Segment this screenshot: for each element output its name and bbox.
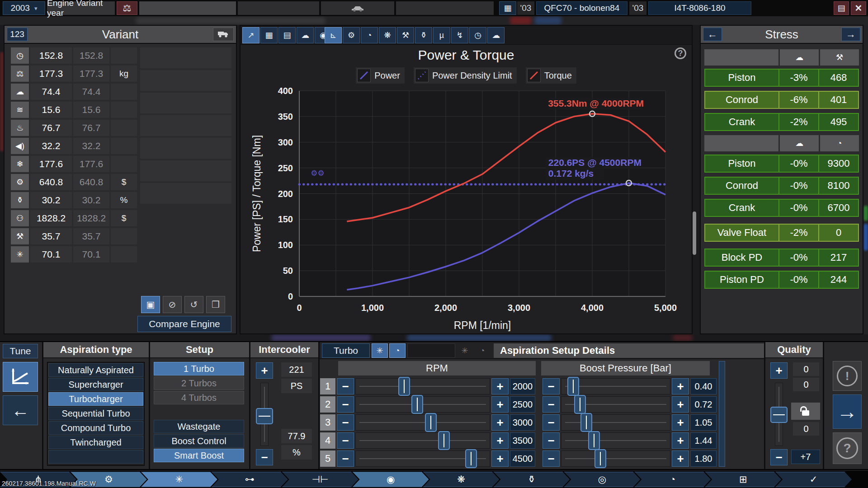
rpm-plus-button[interactable]: + xyxy=(491,396,509,413)
rpm-plus-button[interactable]: + xyxy=(491,432,509,449)
rpm-view-button[interactable]: ◷ xyxy=(469,27,486,43)
setup-option-boost-control[interactable]: Boost Control xyxy=(154,434,244,448)
aspiration-option-compound-turbo[interactable]: Compound Turbo xyxy=(48,421,143,435)
boost-minus-button[interactable]: − xyxy=(542,450,560,467)
help-button[interactable]: ? xyxy=(675,47,686,59)
balance-button[interactable]: ⚖ xyxy=(117,1,137,15)
top-end-tab[interactable]: ⊣⊢ xyxy=(282,472,359,487)
clear-button[interactable]: ⊘ xyxy=(163,296,182,313)
boost-plus-button[interactable]: + xyxy=(672,432,689,449)
forward-button[interactable]: → xyxy=(833,394,862,429)
bottom-end-tab[interactable]: ⊶ xyxy=(212,472,288,487)
smoothness-view-button[interactable]: ☁ xyxy=(297,27,314,43)
warnings-button[interactable]: ! xyxy=(833,361,862,391)
graph-view-button[interactable]: ↗ xyxy=(242,27,259,43)
next-panel-button[interactable]: → xyxy=(841,28,860,41)
knock-view-button[interactable]: ↯ xyxy=(451,27,468,43)
rpm-slider-handle[interactable] xyxy=(465,449,477,468)
rpm-minus-button[interactable]: − xyxy=(337,432,354,449)
details-scrollbar[interactable] xyxy=(719,361,725,467)
boost-minus-button[interactable]: − xyxy=(542,414,560,431)
intercooler-minus-button[interactable]: − xyxy=(256,449,273,465)
rpm-slider[interactable] xyxy=(355,378,490,394)
friction-view-button[interactable]: µ xyxy=(433,27,450,43)
setup-option-1-turbo[interactable]: 1 Turbo xyxy=(154,362,244,375)
dyno-graph-button[interactable] xyxy=(3,362,38,392)
prev-panel-button[interactable]: ← xyxy=(703,28,722,41)
aspiration-option-supercharger[interactable]: Supercharger xyxy=(48,378,143,391)
engine-variant-button[interactable]: I4T-8086-180 xyxy=(648,1,751,15)
rpm-plus-button[interactable]: + xyxy=(491,450,509,467)
quality-minus-button[interactable]: − xyxy=(770,449,788,465)
boost-plus-button[interactable]: + xyxy=(672,414,689,431)
engine-slot-button[interactable]: ▦ xyxy=(499,1,516,15)
rpm-slider-handle[interactable] xyxy=(438,431,450,450)
undo-button[interactable]: ↺ xyxy=(184,296,203,313)
car-slot[interactable] xyxy=(321,1,394,15)
fuel-system-tab[interactable]: ❋ xyxy=(423,472,500,487)
boost-minus-button[interactable]: − xyxy=(542,378,560,394)
table-view-button[interactable]: ▤ xyxy=(278,27,296,43)
legend-item[interactable]: Power xyxy=(356,67,405,84)
boost-slider[interactable] xyxy=(561,414,670,431)
legend-item[interactable]: Torque xyxy=(526,67,576,84)
legend-item[interactable]: Power Density Limit xyxy=(414,67,517,84)
rpm-minus-button[interactable]: − xyxy=(337,396,354,413)
boost-plus-button[interactable]: + xyxy=(672,378,689,394)
setup-option-smart-boost[interactable]: Smart Boost xyxy=(154,449,244,462)
gauge-view-button[interactable]: ◔ xyxy=(361,27,378,43)
rpm-plus-button[interactable]: + xyxy=(491,378,509,394)
aspiration-option-empty[interactable] xyxy=(48,450,143,464)
quality-plus-button[interactable]: + xyxy=(770,362,788,379)
turbo-setup-icon-button[interactable]: ✳ xyxy=(372,343,388,358)
numbers-toggle-button[interactable]: 123 xyxy=(7,28,28,41)
aspiration-option-twincharged[interactable]: Twincharged xyxy=(48,436,143,449)
clone-button[interactable]: ❒ xyxy=(206,296,225,313)
engine-variant-tab[interactable]: ✳ xyxy=(141,472,217,487)
rpm-slider[interactable] xyxy=(355,414,490,431)
testing-tab[interactable]: ◔ xyxy=(634,472,711,487)
engine-map-button[interactable]: ⚙ xyxy=(343,27,360,43)
help-button[interactable]: ? xyxy=(833,432,862,464)
aspiration-option-sequential-turbo[interactable]: Sequential Turbo xyxy=(48,407,143,420)
tab-turbo[interactable]: Turbo xyxy=(322,343,370,358)
boost-slider-handle[interactable] xyxy=(580,413,592,432)
summary-button[interactable]: ▤ xyxy=(834,1,849,15)
fuel-type-tab[interactable]: ⚱ xyxy=(493,472,570,487)
intercooler-plus-button[interactable]: + xyxy=(256,362,273,379)
compare-engine-button[interactable]: Compare Engine xyxy=(137,316,231,332)
boost-plus-button[interactable]: + xyxy=(672,450,689,467)
transport-button[interactable] xyxy=(213,28,234,41)
boost-slider-handle[interactable] xyxy=(567,377,579,396)
efficiency-view-button[interactable]: ⚒ xyxy=(397,27,414,43)
aspiration-option-turbocharger[interactable]: Turbocharger xyxy=(48,392,143,406)
dyno-tab[interactable]: ⊞ xyxy=(705,472,781,487)
exhaust-tab[interactable]: ◎ xyxy=(564,472,640,487)
quality-slider-handle[interactable] xyxy=(770,407,788,423)
quality-delta-button[interactable]: +7 xyxy=(791,450,820,464)
fuel-view-button[interactable]: ⚱ xyxy=(415,27,432,43)
boost-slider[interactable] xyxy=(561,378,670,394)
aspiration-tab[interactable]: ◉ xyxy=(353,472,429,487)
grid-view-button[interactable]: ▦ xyxy=(260,27,278,43)
boost-slider[interactable] xyxy=(561,432,670,449)
boost-slider-handle[interactable] xyxy=(574,395,586,414)
intercooler-slider-handle[interactable] xyxy=(256,408,273,424)
power-graph-button[interactable]: ⊾ xyxy=(325,27,342,43)
boost-minus-button[interactable]: − xyxy=(542,396,560,413)
boost-plus-button[interactable]: + xyxy=(672,396,689,413)
boost-slider-handle[interactable] xyxy=(594,449,606,468)
rpm-minus-button[interactable]: − xyxy=(337,378,354,394)
boost-slider[interactable] xyxy=(561,450,670,467)
copy-button[interactable]: ▣ xyxy=(141,296,160,313)
rpm-slider[interactable] xyxy=(355,396,490,413)
confirm-tab[interactable]: ✓ xyxy=(775,472,852,487)
rpm-slider[interactable] xyxy=(355,450,490,467)
rpm-slider-handle[interactable] xyxy=(425,413,437,432)
year-select[interactable]: 2003 ▾ xyxy=(3,1,45,15)
quality-lock-button[interactable] xyxy=(791,403,820,420)
turbo-gauge-icon-button[interactable]: ◔ xyxy=(389,343,406,358)
spray-view-button[interactable]: ❋ xyxy=(379,27,396,43)
rpm-slider[interactable] xyxy=(355,432,490,449)
smoothness-graph-button[interactable]: ☁ xyxy=(487,27,505,43)
